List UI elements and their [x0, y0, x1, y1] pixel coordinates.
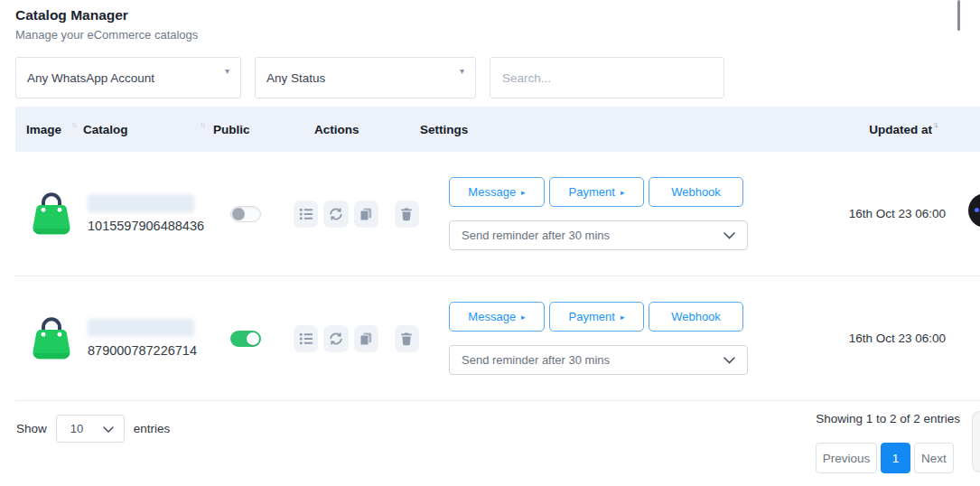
page-size-value: 10 — [70, 422, 83, 435]
caret-right-icon: ▸ — [521, 188, 526, 197]
show-label: Show — [16, 422, 47, 435]
sort-icon: ↑↓ — [200, 120, 204, 129]
table-header-row: Image ↑↓ Catalog ↑↓ Public Actions Setti… — [15, 107, 980, 152]
public-cell — [213, 206, 294, 222]
page-1-button[interactable]: 1 — [881, 443, 910, 473]
catalog-name-redacted — [88, 194, 194, 212]
refresh-icon — [329, 207, 343, 221]
status-select-value: Any Status — [266, 71, 325, 85]
copy-icon — [359, 207, 373, 221]
message-button[interactable]: Message ▸ — [449, 302, 545, 332]
next-page-button[interactable]: Next — [914, 443, 954, 473]
entries-summary: Showing 1 to 2 of 2 entries — [816, 412, 960, 425]
page-subtitle: Manage your eCommerce catalogs — [15, 28, 198, 42]
table-row: 879000787226714 — [15, 276, 980, 401]
chevron-down-icon — [723, 353, 735, 367]
message-button[interactable]: Message ▸ — [449, 177, 545, 207]
search-input[interactable] — [490, 57, 724, 98]
copy-button[interactable] — [354, 201, 378, 228]
settings-cell: Message ▸ Payment ▸ Webhook Send reminde… — [419, 177, 813, 250]
payment-button[interactable]: Payment ▸ — [549, 302, 644, 332]
trash-icon — [399, 207, 414, 221]
sort-icon-active-desc: ↑↓ — [932, 120, 937, 129]
shopping-bag-icon — [27, 228, 76, 243]
refresh-button[interactable] — [323, 325, 348, 352]
column-header-image[interactable]: Image ↑↓ — [15, 123, 83, 136]
public-toggle[interactable] — [230, 331, 261, 347]
caret-down-icon: ▾ — [225, 66, 229, 76]
edge-widget-partial[interactable] — [972, 411, 980, 472]
settings-buttons: Message ▸ Payment ▸ Webhook — [449, 302, 813, 332]
reminder-select-value: Send reminder after 30 mins — [462, 229, 610, 242]
webhook-button[interactable]: Webhook — [649, 177, 743, 207]
webhook-button-label: Webhook — [671, 185, 721, 199]
list-button[interactable] — [294, 201, 318, 228]
settings-cell: Message ▸ Payment ▸ Webhook Send reminde… — [419, 302, 813, 375]
scrollbar-thumb[interactable] — [957, 0, 960, 31]
public-cell — [213, 331, 294, 347]
pagination: Previous 1 Next — [816, 443, 954, 473]
list-button[interactable] — [294, 325, 318, 352]
table-row: 1015597906488436 — [15, 152, 980, 276]
column-header-actions: Actions — [294, 123, 419, 136]
catalog-id: 1015597906488436 — [88, 219, 213, 233]
refresh-button[interactable] — [323, 201, 348, 228]
catalog-id: 879000787226714 — [88, 343, 213, 358]
column-header-updated-at[interactable]: Updated at ↑↓ — [813, 123, 980, 136]
toggle-knob — [247, 332, 259, 345]
status-select[interactable]: Any Status ▾ — [255, 57, 476, 98]
catalog-table: Image ↑↓ Catalog ↑↓ Public Actions Setti… — [15, 107, 980, 401]
reminder-select[interactable]: Send reminder after 30 mins — [449, 345, 748, 375]
public-toggle[interactable] — [230, 206, 261, 222]
refresh-icon — [329, 332, 343, 346]
webhook-button-label: Webhook — [671, 310, 721, 323]
catalog-manager-page: Catalog Manager Manage your eCommerce ca… — [0, 0, 980, 486]
delete-button[interactable] — [395, 325, 419, 352]
updated-at: 16th Oct 23 06:00 — [849, 207, 980, 220]
list-icon — [299, 332, 313, 346]
chevron-down-icon — [723, 229, 735, 242]
message-button-label: Message — [468, 310, 516, 323]
column-header-catalog[interactable]: Catalog ↑↓ — [83, 123, 213, 136]
payment-button-label: Payment — [569, 185, 615, 199]
shopping-bag-icon — [27, 352, 76, 368]
filters-bar: Any WhatsApp Account ▾ Any Status ▾ — [15, 57, 724, 98]
caret-right-icon: ▸ — [621, 188, 625, 197]
column-label: Actions — [314, 123, 359, 136]
column-label: Settings — [420, 123, 468, 136]
catalog-cell: 1015597906488436 — [83, 194, 213, 233]
column-label: Public — [213, 123, 250, 136]
actions-cell — [294, 325, 419, 352]
caret-right-icon: ▸ — [521, 313, 526, 322]
caret-down-icon: ▾ — [460, 66, 464, 76]
column-label: Catalog — [83, 123, 128, 136]
reminder-select[interactable]: Send reminder after 30 mins — [449, 220, 748, 250]
catalog-image-cell — [15, 184, 83, 244]
previous-page-button[interactable]: Previous — [816, 443, 877, 473]
chevron-down-icon — [103, 422, 114, 435]
delete-button[interactable] — [395, 201, 419, 228]
entries-label: entries — [134, 422, 171, 435]
page-size-select[interactable]: 10 — [56, 415, 125, 443]
catalog-image-cell — [15, 309, 83, 369]
copy-icon — [359, 332, 373, 346]
copy-button[interactable] — [354, 325, 378, 352]
column-header-public: Public — [213, 123, 294, 136]
actions-cell — [294, 201, 419, 228]
list-icon — [299, 207, 313, 221]
payment-button[interactable]: Payment ▸ — [549, 177, 644, 207]
catalog-name-redacted — [88, 319, 194, 337]
column-header-settings: Settings — [419, 123, 813, 136]
caret-right-icon: ▸ — [621, 313, 625, 322]
webhook-button[interactable]: Webhook — [649, 302, 743, 332]
sort-icon: ↑↓ — [71, 120, 76, 129]
message-button-label: Message — [468, 185, 516, 199]
catalog-cell: 879000787226714 — [83, 319, 213, 358]
whatsapp-account-select-value: Any WhatsApp Account — [27, 71, 154, 85]
payment-button-label: Payment — [569, 310, 615, 323]
toggle-knob — [232, 208, 245, 220]
whatsapp-account-select[interactable]: Any WhatsApp Account ▾ — [15, 57, 241, 98]
updated-at: 16th Oct 23 06:00 — [849, 332, 980, 345]
column-label: Image — [26, 123, 61, 136]
reminder-select-value: Send reminder after 30 mins — [462, 353, 610, 367]
